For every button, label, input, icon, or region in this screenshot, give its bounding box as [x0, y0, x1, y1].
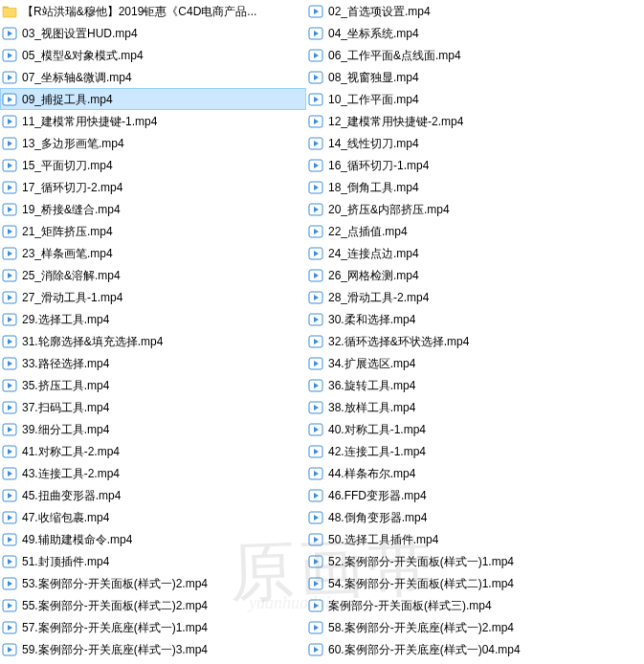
video-file-icon	[2, 246, 17, 261]
file-item[interactable]: 08_视窗独显.mp4	[306, 66, 612, 88]
file-item[interactable]: 46.FFD变形器.mp4	[306, 484, 612, 506]
file-item[interactable]: 53.案例部分-开关面板(样式一)2.mp4	[0, 572, 306, 594]
file-item[interactable]: 33.路径选择.mp4	[0, 352, 306, 374]
video-file-icon	[308, 532, 323, 547]
video-file-icon	[2, 642, 17, 657]
file-item[interactable]: 22_点插值.mp4	[306, 220, 612, 242]
file-item[interactable]: 58.案例部分-开关底座(样式一)2.mp4	[306, 616, 612, 638]
file-name-label: 41.对称工具-2.mp4	[22, 441, 120, 462]
file-item[interactable]: 35.挤压工具.mp4	[0, 374, 306, 396]
video-file-icon	[308, 92, 323, 107]
file-name-label: 15_平面切刀.mp4	[22, 155, 113, 176]
file-item[interactable]: 47.收缩包裹.mp4	[0, 506, 306, 528]
file-item[interactable]: 06_工作平面&点线面.mp4	[306, 44, 612, 66]
file-name-label: 25_消除&溶解.mp4	[22, 265, 121, 286]
video-file-icon	[308, 378, 323, 393]
file-name-label: 11_建模常用快捷键-1.mp4	[22, 111, 157, 132]
file-item[interactable]: 16_循环切刀-1.mp4	[306, 154, 612, 176]
file-item[interactable]: 42.连接工具-1.mp4	[306, 440, 612, 462]
file-item[interactable]: 03_视图设置HUD.mp4	[0, 22, 306, 44]
file-item[interactable]: 36.旋转工具.mp4	[306, 374, 612, 396]
video-file-icon	[308, 48, 323, 63]
file-name-label: 57.案例部分-开关底座(样式一)1.mp4	[22, 617, 208, 638]
file-name-label: 10_工作平面.mp4	[328, 89, 419, 110]
file-name-label: 44.样条布尔.mp4	[328, 463, 415, 484]
file-item[interactable]: 57.案例部分-开关底座(样式一)1.mp4	[0, 616, 306, 638]
file-item[interactable]: 50.选择工具插件.mp4	[306, 528, 612, 550]
file-item[interactable]: 37.扫码工具.mp4	[0, 396, 306, 418]
file-name-label: 32.循环选择&环状选择.mp4	[328, 331, 469, 352]
file-item[interactable]: 23_样条画笔.mp4	[0, 242, 306, 264]
file-item[interactable]: 09_捕捉工具.mp4	[0, 88, 306, 110]
file-item[interactable]: 48.倒角变形器.mp4	[306, 506, 612, 528]
file-item[interactable]: 25_消除&溶解.mp4	[0, 264, 306, 286]
file-item[interactable]: 59.案例部分-开关底座(样式一)3.mp4	[0, 638, 306, 660]
video-file-icon	[2, 576, 17, 591]
file-item[interactable]: 40.对称工具-1.mp4	[306, 418, 612, 440]
file-item[interactable]: 10_工作平面.mp4	[306, 88, 612, 110]
video-file-icon	[308, 70, 323, 85]
file-item[interactable]: 【R站洪瑞&穆他】2019钜惠《C4D电商产品...	[0, 0, 306, 22]
file-name-label: 39.细分工具.mp4	[22, 419, 109, 440]
file-item[interactable]: 32.循环选择&环状选择.mp4	[306, 330, 612, 352]
file-item[interactable]: 51.封顶插件.mp4	[0, 550, 306, 572]
file-item[interactable]: 24_连接点边.mp4	[306, 242, 612, 264]
file-name-label: 【R站洪瑞&穆他】2019钜惠《C4D电商产品...	[22, 1, 256, 22]
file-item[interactable]: 18_倒角工具.mp4	[306, 176, 612, 198]
file-item[interactable]: 41.对称工具-2.mp4	[0, 440, 306, 462]
file-name-label: 05_模型&对象模式.mp4	[22, 45, 144, 66]
file-item[interactable]: 15_平面切刀.mp4	[0, 154, 306, 176]
file-item[interactable]: 13_多边形画笔.mp4	[0, 132, 306, 154]
video-file-icon	[308, 400, 323, 415]
file-item[interactable]: 29.选择工具.mp4	[0, 308, 306, 330]
file-item[interactable]: 20_挤压&内部挤压.mp4	[306, 198, 612, 220]
file-item[interactable]: 44.样条布尔.mp4	[306, 462, 612, 484]
file-item[interactable]: 26_网格检测.mp4	[306, 264, 612, 286]
video-file-icon	[308, 444, 323, 459]
file-item[interactable]: 27_滑动工具-1.mp4	[0, 286, 306, 308]
video-file-icon	[308, 620, 323, 635]
file-item[interactable]: 45.扭曲变形器.mp4	[0, 484, 306, 506]
file-item[interactable]: 49.辅助建模命令.mp4	[0, 528, 306, 550]
file-item[interactable]: 54.案例部分-开关面板(样式二)1.mp4	[306, 572, 612, 594]
video-file-icon	[308, 136, 323, 151]
file-item[interactable]: 28_滑动工具-2.mp4	[306, 286, 612, 308]
file-name-label: 26_网格检测.mp4	[328, 265, 419, 286]
video-file-icon	[2, 532, 17, 547]
file-item[interactable]: 38.放样工具.mp4	[306, 396, 612, 418]
video-file-icon	[308, 180, 323, 195]
file-item[interactable]: 14_线性切刀.mp4	[306, 132, 612, 154]
file-item[interactable]: 07_坐标轴&微调.mp4	[0, 66, 306, 88]
file-list: 【R站洪瑞&穆他】2019钜惠《C4D电商产品...03_视图设置HUD.mp4…	[0, 0, 644, 664]
video-file-icon	[308, 268, 323, 283]
video-file-icon	[2, 290, 17, 305]
video-file-icon	[2, 356, 17, 371]
file-item[interactable]: 05_模型&对象模式.mp4	[0, 44, 306, 66]
file-item[interactable]: 30.柔和选择.mp4	[306, 308, 612, 330]
video-file-icon	[308, 290, 323, 305]
file-item[interactable]: 02_首选项设置.mp4	[306, 0, 612, 22]
file-item[interactable]: 04_坐标系统.mp4	[306, 22, 612, 44]
file-name-label: 08_视窗独显.mp4	[328, 67, 419, 88]
file-item[interactable]: 55.案例部分-开关面板(样式二)2.mp4	[0, 594, 306, 616]
file-item[interactable]: 34.扩展选区.mp4	[306, 352, 612, 374]
file-item[interactable]: 21_矩阵挤压.mp4	[0, 220, 306, 242]
file-name-label: 06_工作平面&点线面.mp4	[328, 45, 461, 66]
file-item[interactable]: 52.案例部分-开关面板(样式一)1.mp4	[306, 550, 612, 572]
file-item[interactable]: 31.轮廓选择&填充选择.mp4	[0, 330, 306, 352]
video-file-icon	[308, 4, 323, 19]
file-name-label: 29.选择工具.mp4	[22, 309, 109, 330]
file-name-label: 36.旋转工具.mp4	[328, 375, 415, 396]
file-item[interactable]: 39.细分工具.mp4	[0, 418, 306, 440]
file-item[interactable]: 案例部分-开关面板(样式三).mp4	[306, 594, 612, 616]
file-name-label: 20_挤压&内部挤压.mp4	[328, 199, 450, 220]
file-item[interactable]: 17_循环切刀-2.mp4	[0, 176, 306, 198]
file-name-label: 59.案例部分-开关底座(样式一)3.mp4	[22, 639, 208, 660]
video-file-icon	[308, 202, 323, 217]
file-item[interactable]: 19_桥接&缝合.mp4	[0, 198, 306, 220]
file-item[interactable]: 60.案例部分-开关底座(样式一)04.mp4	[306, 638, 612, 660]
file-item[interactable]: 43.连接工具-2.mp4	[0, 462, 306, 484]
file-name-label: 09_捕捉工具.mp4	[22, 89, 113, 110]
file-item[interactable]: 11_建模常用快捷键-1.mp4	[0, 110, 306, 132]
file-item[interactable]: 12_建模常用快捷键-2.mp4	[306, 110, 612, 132]
